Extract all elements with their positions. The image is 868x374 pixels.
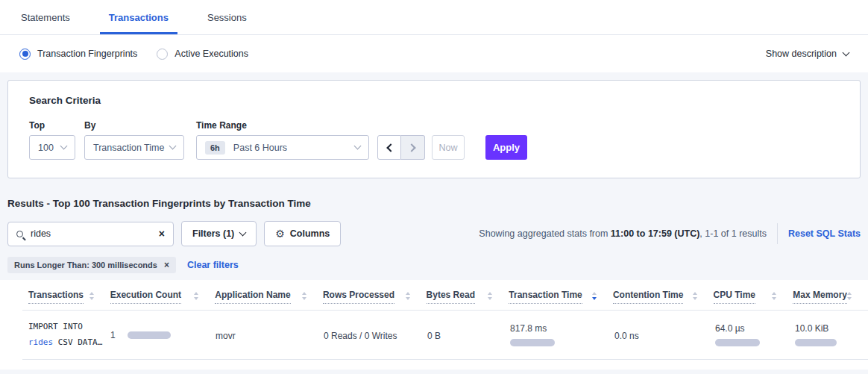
column-header-rows-processed[interactable]: Rows Processed <box>323 290 427 304</box>
search-criteria-controls: Top 100 By Transaction Time Time Range 6… <box>29 120 839 160</box>
now-button[interactable]: Now <box>432 135 465 160</box>
aggregated-stats-text: Showing aggregated stats from 11:00 to 1… <box>479 228 767 239</box>
stats-time-range: 11:00 to 17:59 (UTC) <box>611 228 699 239</box>
radio-label: Transaction Fingerprints <box>37 49 137 59</box>
reset-sql-stats-link[interactable]: Reset SQL Stats <box>788 228 861 239</box>
columns-button-label: Columns <box>290 228 330 239</box>
search-input[interactable] <box>31 228 159 239</box>
previous-time-window-button[interactable] <box>377 135 401 160</box>
sort-icons <box>847 290 852 300</box>
transaction-time-bar <box>510 339 555 346</box>
rows-processed-cell: 0 Reads / 0 Writes <box>324 328 427 342</box>
search-criteria-title: Search Criteria <box>29 95 839 106</box>
column-header-execution-count[interactable]: Execution Count <box>110 290 216 304</box>
chevron-down-icon <box>239 228 247 236</box>
chevron-left-icon <box>386 143 394 152</box>
tab-statements[interactable]: Statements <box>18 0 73 34</box>
time-range-select[interactable]: 6h Past 6 Hours <box>196 135 369 160</box>
max-memory-cell: 10.0 KiB <box>795 323 868 346</box>
page-tabs: Statements Transactions Sessions <box>0 0 868 35</box>
filter-chip: Runs Longer Than: 300 milliseconds × <box>7 257 176 273</box>
vertical-divider <box>777 223 778 244</box>
view-toggle-bar: Transaction Fingerprints Active Executio… <box>0 35 868 72</box>
show-description-label: Show description <box>766 49 837 59</box>
column-header-transactions[interactable]: Transactions <box>28 290 110 304</box>
top-label: Top <box>29 120 84 131</box>
gear-icon: ⚙ <box>275 228 285 239</box>
search-term-highlight: rides <box>28 337 53 347</box>
table-header-row: Transactions Execution Count Application… <box>22 280 868 311</box>
column-header-contention-time[interactable]: Contention Time <box>613 290 714 304</box>
search-criteria-card: Search Criteria Top 100 By Transaction T… <box>7 80 861 178</box>
sort-icons <box>772 290 776 300</box>
contention-time-cell: 0.0 ns <box>614 328 715 342</box>
cpu-time-cell: 64.0 µs <box>715 323 795 346</box>
filters-button-label: Filters (1) <box>192 228 234 239</box>
radio-transaction-fingerprints[interactable]: Transaction Fingerprints <box>19 49 137 60</box>
by-label: By <box>84 120 196 131</box>
results-table: Transactions Execution Count Application… <box>0 280 868 370</box>
radio-selected-icon[interactable] <box>19 49 31 60</box>
max-memory-bar <box>795 339 837 346</box>
chevron-down-icon <box>354 143 362 150</box>
results-heading: Results - Top 100 Transaction Fingerprin… <box>7 198 861 209</box>
chevron-down-icon <box>843 49 850 56</box>
clear-filters-link[interactable]: Clear filters <box>187 260 239 270</box>
column-header-application-name[interactable]: Application Name <box>215 290 323 304</box>
show-description-toggle[interactable]: Show description <box>766 49 849 59</box>
sort-icons <box>592 290 597 300</box>
chevron-down-icon <box>60 143 68 150</box>
remove-filter-icon[interactable]: × <box>164 261 169 269</box>
radio-active-executions[interactable]: Active Executions <box>157 49 248 60</box>
execution-count-cell: 1 <box>110 330 216 340</box>
top-select-value: 100 <box>38 143 54 153</box>
transaction-fingerprint-link: IMPORT INTO rides CSV DATA… <box>28 320 110 350</box>
sort-icons <box>194 290 198 300</box>
cpu-time-bar <box>715 339 760 346</box>
table-row: IMPORT INTO rides CSV DATA… 1 movr 0 Rea… <box>22 311 868 360</box>
transaction-time-cell: 817.8 ms <box>510 323 614 346</box>
time-range-value: Past 6 Hours <box>233 143 287 153</box>
application-name-cell: movr <box>216 328 324 342</box>
sort-icons <box>89 290 94 300</box>
filter-chip-label: Runs Longer Than: 300 milliseconds <box>14 261 157 269</box>
column-header-transaction-time[interactable]: Transaction Time <box>509 290 613 304</box>
chevron-right-icon <box>407 143 415 152</box>
search-box[interactable]: × <box>7 222 174 246</box>
results-toolbar: × Filters (1) ⚙ Columns Showing aggregat… <box>7 221 861 246</box>
transaction-cell[interactable]: IMPORT INTO rides CSV DATA… <box>28 320 110 350</box>
time-range-label: Time Range <box>196 120 369 131</box>
tab-transactions[interactable]: Transactions <box>106 0 172 34</box>
sort-icons <box>693 290 697 300</box>
apply-button[interactable]: Apply <box>485 135 527 160</box>
time-range-badge: 6h <box>205 141 225 155</box>
execution-count-bar <box>128 331 171 339</box>
sort-icons <box>302 290 306 300</box>
tab-sessions[interactable]: Sessions <box>204 0 250 34</box>
sort-icons <box>406 290 410 300</box>
top-select[interactable]: 100 <box>29 135 75 160</box>
column-header-bytes-read[interactable]: Bytes Read <box>427 290 509 304</box>
sort-icons <box>488 290 492 300</box>
filters-button[interactable]: Filters (1) <box>181 221 257 246</box>
next-time-window-button[interactable] <box>401 135 425 160</box>
filter-chip-row: Runs Longer Than: 300 milliseconds × Cle… <box>7 257 861 273</box>
search-icon <box>16 231 23 237</box>
clear-search-icon[interactable]: × <box>159 228 165 239</box>
radio-unselected-icon[interactable] <box>157 49 168 60</box>
by-select[interactable]: Transaction Time <box>84 135 184 160</box>
column-header-max-memory[interactable]: Max Memory <box>793 290 868 304</box>
radio-label: Active Executions <box>174 49 248 59</box>
chevron-down-icon <box>169 143 177 150</box>
bytes-read-cell: 0 B <box>427 328 510 342</box>
by-select-value: Transaction Time <box>93 143 164 153</box>
column-header-cpu-time[interactable]: CPU Time <box>714 290 793 304</box>
time-window-nav <box>377 135 425 160</box>
columns-button[interactable]: ⚙ Columns <box>264 221 341 246</box>
